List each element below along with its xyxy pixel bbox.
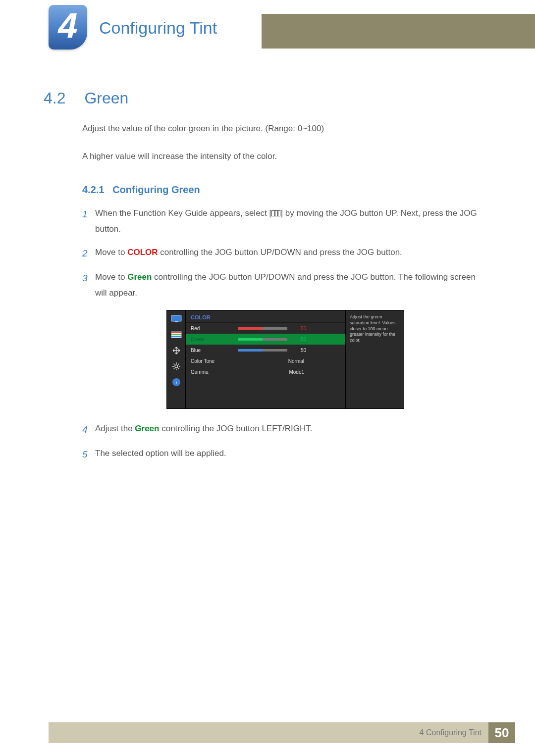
section-title: Green bbox=[84, 89, 128, 107]
step-number: 1 bbox=[82, 205, 95, 238]
osd-label-gamma: Gamma bbox=[191, 369, 238, 375]
steps-list: 1 When the Function Key Guide appears, s… bbox=[82, 205, 489, 463]
footer-chapter-label: 4 Configuring Tint bbox=[420, 728, 482, 737]
osd-label-tone: Color Tone bbox=[191, 358, 238, 364]
osd-screenshot: i COLOR Red 50 Green 50 Blue bbox=[166, 310, 404, 409]
osd-sidebar: i bbox=[167, 310, 186, 408]
step-text: Adjust the Green controlling the JOG but… bbox=[95, 421, 489, 439]
step-text: The selected option will be applied. bbox=[95, 446, 489, 463]
osd-label-blue: Blue bbox=[191, 348, 238, 353]
page-footer: 4 Configuring Tint 50 bbox=[0, 722, 535, 743]
osd-title: COLOR bbox=[186, 310, 345, 323]
header-stripe bbox=[262, 14, 535, 49]
svg-rect-5 bbox=[171, 336, 181, 337]
intro-line-1: Adjust the value of the color green in t… bbox=[82, 122, 489, 135]
step-4-text-a: Adjust the bbox=[95, 424, 135, 433]
subsection-heading: 4.2.1 Configuring Green bbox=[82, 184, 489, 196]
settings-icon bbox=[170, 361, 183, 372]
step-5: 5 The selected option will be applied. bbox=[82, 446, 489, 463]
osd-slider-blue bbox=[238, 349, 287, 352]
footer-page-number: 50 bbox=[488, 722, 515, 743]
intro-line-2: A higher value will increase the intensi… bbox=[82, 150, 489, 163]
subsection-number: 4.2.1 bbox=[82, 184, 104, 195]
chapter-title: Configuring Tint bbox=[99, 18, 217, 38]
osd-slider-green bbox=[238, 338, 287, 341]
osd-value-red: 50 bbox=[292, 326, 306, 331]
osd-row-gamma: Gamma Mode1 bbox=[186, 366, 345, 377]
color-icon bbox=[170, 329, 183, 340]
svg-rect-1 bbox=[175, 321, 178, 322]
section-heading: 4.2 Green bbox=[44, 89, 489, 107]
step-number: 3 bbox=[82, 269, 95, 302]
svg-point-6 bbox=[175, 365, 178, 368]
osd-row-blue: Blue 50 bbox=[186, 345, 345, 355]
section-intro: Adjust the value of the color green in t… bbox=[44, 122, 489, 162]
step-4-text-b: controlling the JOG button LEFT/RIGHT. bbox=[159, 424, 312, 433]
step-number: 2 bbox=[82, 245, 95, 262]
svg-text:i: i bbox=[175, 379, 177, 385]
osd-value-green: 50 bbox=[292, 337, 306, 342]
osd-value-tone: Normal bbox=[238, 358, 306, 364]
osd-value-gamma: Mode1 bbox=[238, 369, 306, 375]
step-2-text-a: Move to bbox=[95, 248, 127, 257]
step-2-color-word: COLOR bbox=[127, 248, 158, 257]
step-2: 2 Move to COLOR controlling the JOG butt… bbox=[82, 245, 489, 262]
step-3-green-word: Green bbox=[127, 272, 152, 282]
step-3-text-b: controlling the JOG button UP/DOWN and p… bbox=[95, 272, 476, 298]
menu-icon bbox=[271, 210, 280, 216]
osd-main-panel: COLOR Red 50 Green 50 Blue 50 bbox=[186, 310, 345, 408]
size-icon bbox=[170, 345, 183, 356]
info-icon: i bbox=[170, 377, 183, 388]
footer-bar: 4 Configuring Tint bbox=[49, 722, 488, 743]
step-4-green-word: Green bbox=[135, 424, 159, 433]
step-1: 1 When the Function Key Guide appears, s… bbox=[82, 205, 489, 238]
osd-value-blue: 50 bbox=[292, 348, 306, 353]
osd-slider-red bbox=[238, 327, 287, 330]
osd-label-green: Green bbox=[191, 337, 238, 342]
step-1-text-a: When the Function Key Guide appears, sel… bbox=[95, 208, 271, 218]
section-number: 4.2 bbox=[44, 89, 82, 107]
svg-rect-4 bbox=[171, 334, 181, 335]
step-3-text-a: Move to bbox=[95, 272, 127, 282]
osd-row-tone: Color Tone Normal bbox=[186, 355, 345, 366]
osd-label-red: Red bbox=[191, 326, 238, 331]
step-3: 3 Move to Green controlling the JOG butt… bbox=[82, 269, 489, 302]
step-text: When the Function Key Guide appears, sel… bbox=[95, 205, 489, 238]
picture-icon bbox=[170, 313, 183, 324]
svg-rect-3 bbox=[171, 332, 181, 333]
step-text: Move to COLOR controlling the JOG button… bbox=[95, 245, 489, 262]
step-2-text-b: controlling the JOG button UP/DOWN and p… bbox=[158, 248, 402, 257]
step-number: 4 bbox=[82, 421, 95, 439]
subsection-title: Configuring Green bbox=[112, 184, 200, 195]
osd-row-green: Green 50 bbox=[186, 334, 345, 345]
step-number: 5 bbox=[82, 446, 95, 463]
step-4: 4 Adjust the Green controlling the JOG b… bbox=[82, 421, 489, 439]
step-text: Move to Green controlling the JOG button… bbox=[95, 269, 489, 302]
chapter-number-badge: 4 bbox=[49, 5, 87, 50]
osd-row-red: Red 50 bbox=[186, 323, 345, 334]
svg-rect-0 bbox=[171, 315, 181, 321]
osd-help-text: Adjust the green saturation level. Value… bbox=[345, 310, 404, 408]
